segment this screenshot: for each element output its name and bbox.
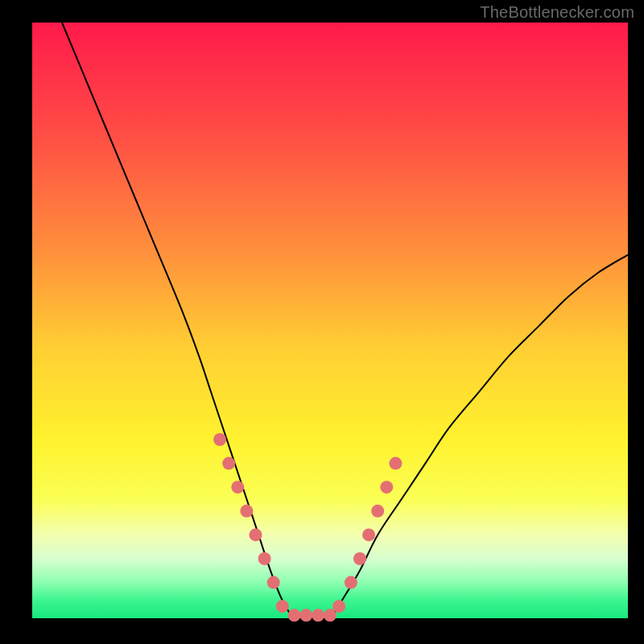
marker-point bbox=[231, 481, 244, 493]
gradient-background bbox=[32, 23, 628, 618]
marker-point bbox=[258, 552, 271, 565]
marker-point bbox=[250, 528, 262, 541]
watermark-text: TheBottlenecker.com bbox=[480, 3, 634, 22]
chart-svg bbox=[32, 23, 628, 618]
plot-area bbox=[32, 23, 628, 618]
marker-point bbox=[371, 505, 384, 518]
marker-point bbox=[362, 528, 375, 541]
marker-point bbox=[276, 600, 289, 613]
marker-point bbox=[353, 552, 366, 565]
marker-point bbox=[345, 576, 357, 589]
marker-point bbox=[312, 609, 324, 621]
marker-point bbox=[299, 609, 312, 621]
marker-point bbox=[380, 481, 393, 493]
marker-point bbox=[213, 433, 226, 446]
marker-point bbox=[389, 457, 402, 470]
marker-point bbox=[222, 457, 235, 470]
marker-point bbox=[240, 505, 253, 518]
marker-point bbox=[332, 600, 345, 613]
chart-frame: TheBottlenecker.com bbox=[0, 0, 644, 644]
marker-point bbox=[288, 609, 301, 621]
marker-point bbox=[267, 576, 280, 589]
